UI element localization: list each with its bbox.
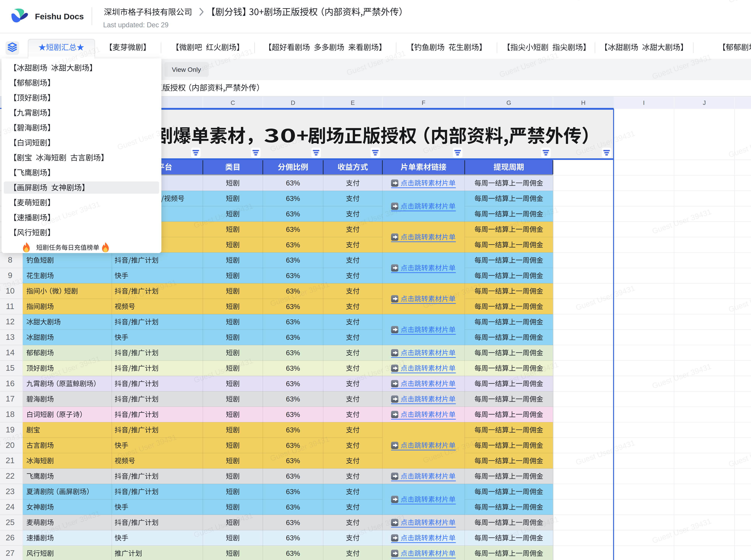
svg-text:I: I: [643, 99, 645, 106]
svg-text:16: 16: [6, 379, 15, 388]
svg-text:Feishu Docs: Feishu Docs: [35, 12, 84, 21]
svg-text:63%: 63%: [286, 380, 300, 388]
svg-text:63%: 63%: [286, 334, 300, 341]
svg-text:63%: 63%: [286, 210, 300, 218]
svg-text:63%: 63%: [286, 519, 300, 526]
svg-text:22: 22: [6, 472, 15, 480]
svg-text:63%: 63%: [286, 426, 300, 434]
svg-text:19: 19: [6, 425, 15, 434]
svg-text:13: 13: [6, 333, 15, 341]
svg-text:26: 26: [6, 533, 15, 542]
svg-text:14: 14: [6, 348, 15, 357]
svg-text:63%: 63%: [286, 256, 300, 264]
svg-text:63%: 63%: [286, 488, 300, 496]
svg-text:D: D: [291, 99, 295, 106]
svg-text:G: G: [507, 99, 511, 106]
svg-text:63%: 63%: [286, 179, 300, 187]
svg-text:63%: 63%: [286, 549, 300, 557]
svg-text:H: H: [581, 99, 585, 106]
svg-text:63%: 63%: [286, 195, 300, 202]
svg-text:11: 11: [6, 302, 14, 311]
svg-text:24: 24: [6, 502, 15, 511]
svg-text:23: 23: [6, 487, 15, 496]
svg-text:63%: 63%: [286, 225, 300, 234]
svg-text:17: 17: [6, 394, 15, 403]
svg-text:63%: 63%: [286, 364, 300, 372]
svg-text:63%: 63%: [286, 349, 300, 357]
svg-text:F: F: [422, 99, 426, 106]
svg-text:63%: 63%: [286, 457, 300, 465]
svg-text:E: E: [351, 99, 355, 106]
svg-text:63%: 63%: [286, 395, 300, 403]
svg-text:63%: 63%: [286, 318, 300, 326]
svg-text:27: 27: [6, 548, 15, 558]
svg-text:9: 9: [8, 271, 12, 280]
svg-text:63%: 63%: [286, 272, 300, 280]
svg-text:18: 18: [6, 410, 15, 419]
svg-text:63%: 63%: [286, 241, 300, 249]
svg-text:63%: 63%: [286, 411, 300, 418]
svg-text:Last updated: Dec 29: Last updated: Dec 29: [103, 21, 168, 29]
svg-text:21: 21: [6, 456, 15, 465]
svg-text:12: 12: [6, 317, 15, 326]
svg-text:25: 25: [6, 518, 15, 527]
svg-text:63%: 63%: [286, 534, 300, 542]
svg-text:63%: 63%: [286, 503, 300, 511]
svg-text:C: C: [230, 99, 235, 106]
svg-text:8: 8: [8, 255, 12, 264]
svg-text:15: 15: [6, 363, 15, 373]
svg-text:63%: 63%: [286, 472, 300, 480]
svg-text:J: J: [703, 99, 706, 106]
svg-text:63%: 63%: [286, 303, 300, 311]
